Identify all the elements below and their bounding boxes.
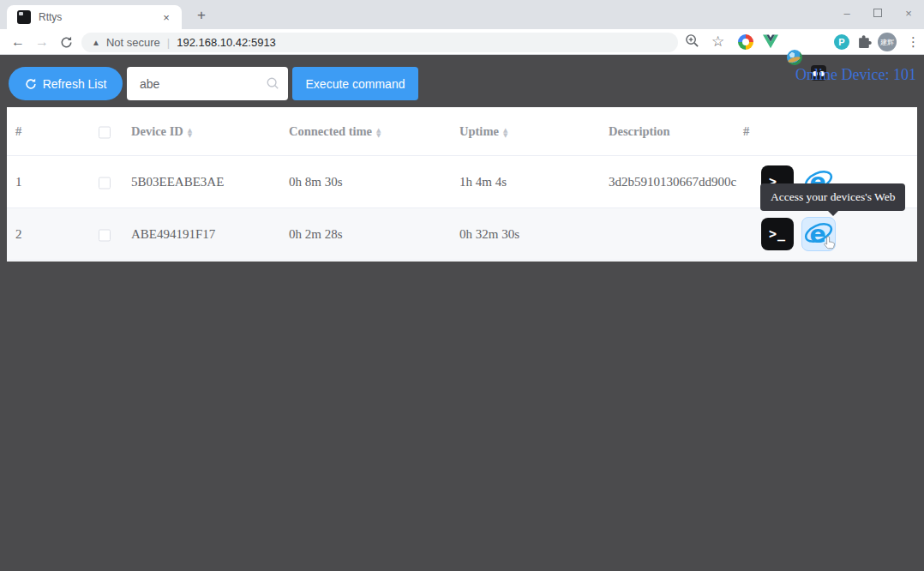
header-description: Description [609,124,670,139]
header-uptime[interactable]: Uptime▲▼ [459,124,507,139]
extension-p-icon[interactable]: P [834,34,849,50]
header-uptime-label: Uptime [459,124,499,138]
back-button[interactable]: ← [7,29,29,55]
table-header-row: # Device ID▲▼ Connected time▲▼ Uptime▲▼ … [7,107,917,156]
terminal-icon: >_ [769,226,786,242]
row-index: 1 [15,175,22,189]
browser-tab-strip: Rttys × + – × [0,0,924,29]
refresh-list-label: Refresh List [43,77,107,91]
extension-vue-devtools-icon[interactable] [763,34,778,52]
security-label[interactable]: Not secure [106,36,160,49]
sort-icon[interactable]: ▲▼ [188,127,192,137]
header-device-id[interactable]: Device ID▲▼ [131,124,192,139]
tab-title: Rttys [39,11,159,23]
reload-icon [60,36,73,49]
extension-colorwheel-icon[interactable] [738,34,753,50]
row-connected-time: 0h 2m 28s [289,227,343,242]
header-actions: # [743,124,749,139]
forward-button: → [31,29,53,55]
row-description: 3d2b5910130667dd900c [609,175,736,189]
row-device-id: 5B03EEABE3AE [131,175,224,189]
access-web-tooltip: Access your devices's Web [760,183,905,211]
device-search-box [127,67,288,100]
checkbox-icon [99,126,111,138]
row-actions: >_ e [761,217,836,251]
device-search-input[interactable] [127,67,288,100]
refresh-icon [25,78,37,90]
checkbox-icon [99,177,111,189]
online-device-count: Online Device: 101 [795,66,916,84]
header-index: # [15,124,21,139]
browser-tab[interactable]: Rttys × [7,5,182,29]
address-url[interactable]: 192.168.10.42:5913 [177,36,276,49]
address-bar[interactable]: ▲ Not secure | 192.168.10.42:5913 [81,33,678,52]
checkbox-icon [99,229,111,241]
tab-close-icon[interactable]: × [159,11,173,24]
minimize-button[interactable]: – [831,0,862,26]
maximize-icon [873,9,882,17]
zoom-indicator-icon[interactable] [685,33,699,51]
open-terminal-button[interactable]: >_ [761,218,794,250]
row-connected-time: 0h 8m 30s [289,175,343,189]
rttys-favicon-icon [17,10,31,24]
row-device-id: ABE494191F17 [131,227,215,242]
sort-icon[interactable]: ▲▼ [376,127,381,137]
new-tab-button[interactable]: + [192,6,211,25]
window-close-button[interactable]: × [893,0,924,26]
execute-command-button[interactable]: Execute command [292,67,418,100]
reload-button[interactable] [55,29,77,55]
sort-icon[interactable]: ▲▼ [503,127,507,137]
row-checkbox[interactable] [99,175,111,189]
header-connected-time-label: Connected time [289,124,372,138]
header-device-id-label: Device ID [131,124,183,138]
row-index: 2 [15,227,22,242]
header-select-all-checkbox[interactable] [99,124,111,139]
extension-globe-icon[interactable] [787,50,802,65]
bookmark-star-icon[interactable]: ☆ [711,33,724,51]
table-row: 2 ABE494191F17 0h 2m 28s 0h 32m 30s >_ e [7,208,917,261]
address-separator: | [167,36,170,49]
row-checkbox[interactable] [99,227,111,242]
refresh-list-button[interactable]: Refresh List [9,67,123,100]
search-icon [266,76,279,93]
execute-command-label: Execute command [306,77,405,91]
open-web-button[interactable]: e [801,217,836,251]
profile-avatar[interactable]: 建辉 [878,33,897,51]
row-uptime: 1h 4m 4s [459,175,507,189]
window-controls: – × [831,0,924,26]
not-secure-warning-icon: ▲ [92,38,100,47]
maximize-button[interactable] [862,0,893,26]
browser-menu-icon[interactable]: ⋮ [907,34,920,50]
header-connected-time[interactable]: Connected time▲▼ [289,124,381,139]
extensions-puzzle-icon[interactable] [857,34,872,52]
hand-cursor-icon [822,235,837,254]
row-uptime: 0h 32m 30s [459,227,519,242]
